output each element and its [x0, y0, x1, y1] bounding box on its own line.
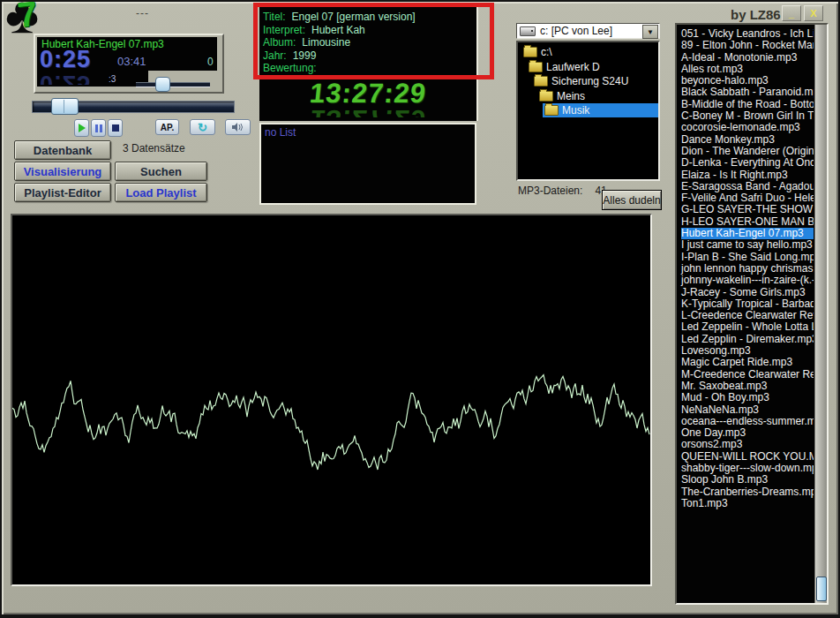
list-status-text: no List	[261, 124, 475, 140]
track-info-label: Album:	[263, 36, 296, 49]
folder-icon	[539, 91, 553, 102]
minimize-button[interactable]: _	[782, 5, 801, 21]
folder-item[interactable]: Laufwerk D	[518, 60, 658, 75]
clock-reflection: 13:27:29	[259, 103, 476, 117]
playlist-item[interactable]: NeNaNeNa.mp3	[681, 404, 814, 416]
stop-button[interactable]	[108, 119, 123, 137]
playlist-item[interactable]: G-LEO SAYER-THE SHOW MUS	[681, 204, 814, 215]
folder-tree: c:\ Laufwerk D Sicherung S24U Meins Musi…	[516, 41, 660, 181]
playlist-item[interactable]: F-Velile And Safri Duo - Helele.mp3	[681, 192, 814, 204]
playlist-item[interactable]: 051 - Vicky Leandros - Ich Liebe	[681, 28, 814, 40]
playlist-item[interactable]: shabby-tiger---slow-down.mp3	[681, 463, 814, 474]
playlist-item[interactable]: I just came to say hello.mp3	[681, 239, 814, 251]
volume-slider-thumb[interactable]	[155, 77, 170, 92]
playlist-item[interactable]: Alles rot.mp3	[681, 64, 814, 75]
app-window: ♣ 7 --- Hubert Kah-Engel 07.mp3 0:25 0:2…	[0, 0, 840, 618]
play-button[interactable]	[74, 119, 89, 137]
playlist-item[interactable]: H-LEO SAYER-ONE MAN BAND	[681, 216, 814, 228]
playlist-panel: 051 - Vicky Leandros - Ich Liebe89 - Elt…	[675, 23, 829, 605]
suchen-button[interactable]: Suchen	[115, 162, 207, 181]
folder-icon	[529, 62, 543, 72]
list-status-panel: no List	[259, 123, 476, 205]
drive-dropdown-button[interactable]: ▼	[642, 25, 658, 39]
elapsed-time-reflection: 0:25	[40, 70, 137, 85]
folder-name: Sicherung S24U	[551, 75, 628, 87]
datenbank-button[interactable]: Datenbank	[14, 140, 111, 160]
playlist-item[interactable]: Mr. Saxobeat.mp3	[681, 381, 814, 392]
folder-item[interactable]: c:\	[518, 45, 658, 60]
playlist-item[interactable]: A-Ideal - Monotonie.mp3	[681, 52, 814, 64]
alles-dudeln-button[interactable]: Alles dudeln	[602, 190, 662, 210]
playlist-item[interactable]: K-Typically Tropical - Barbados.m	[681, 298, 814, 310]
playlist-scrollbar[interactable]	[814, 25, 827, 603]
visualisierung-button[interactable]: Visualisierung	[14, 162, 111, 181]
playlist-item[interactable]: I-Plan B - She Said Long.mp3	[681, 252, 814, 263]
track-info-row: Album:Limousine	[263, 36, 476, 49]
repeat-icon: ↻	[198, 121, 207, 134]
track-duration: 03:41	[117, 55, 146, 68]
folder-icon	[544, 105, 559, 116]
playlist-item[interactable]: orsons2.mp3	[681, 439, 814, 450]
folder-icon	[534, 76, 548, 87]
mp3-count-label: MP3-Dateien:	[518, 185, 582, 197]
drive-icon	[520, 26, 536, 36]
playlist-item[interactable]: beyonce-halo.mp3	[681, 75, 814, 87]
digital-clock: 13:27:29 13:27:29	[259, 78, 476, 109]
load-playlist-button[interactable]: Load Playlist	[115, 183, 207, 202]
playlist-item[interactable]: Hubert Kah-Engel 07.mp3	[681, 228, 814, 239]
playlist-item[interactable]: L-Creedence Clearwater Revival	[681, 310, 814, 321]
mp3-count-line: MP3-Dateien:41	[518, 185, 607, 197]
playlist-item[interactable]: Led Zepplin - Diremaker.mp3	[681, 334, 814, 345]
playlist-item[interactable]: oceana---endless-summer.mp3	[681, 416, 814, 427]
folder-icon	[523, 47, 537, 57]
playlist-item[interactable]: J-Racey - Some Girls.mp3	[681, 287, 814, 298]
playlist-item[interactable]: Lovesong.mp3	[681, 345, 814, 357]
track-info-row: Interpret:Hubert Kah	[263, 24, 476, 37]
playlist-item[interactable]: Black Sabbath - Paranoid.mp3	[681, 87, 814, 98]
folder-item[interactable]: Musik	[518, 103, 658, 118]
volume-slider-track[interactable]	[136, 82, 210, 87]
close-icon: X	[810, 8, 816, 19]
folder-item[interactable]: Meins	[518, 89, 658, 104]
playlist-item[interactable]: D-Lenka - Everything At Once.mp3	[681, 157, 814, 169]
track-info-label: Bewertung:	[263, 62, 317, 74]
ap-button[interactable]: AP.	[155, 119, 179, 135]
playlist-item[interactable]: One Day.mp3	[681, 427, 814, 439]
visualization-panel	[11, 214, 652, 586]
playlist-item[interactable]: Led Zeppelin - Whole Lotta Love	[681, 321, 814, 333]
playlist-item[interactable]: Mud - Oh Boy.mp3	[681, 392, 814, 403]
close-button[interactable]: X	[804, 5, 823, 21]
playlist-editor-button[interactable]: Playlist-Editor	[14, 183, 111, 202]
playlist-item[interactable]: Dance Monkey.mp3	[681, 134, 814, 146]
playlist-item[interactable]: C-Boney M - Brown Girl In The Ri	[681, 110, 814, 122]
folder-item[interactable]: Sicherung S24U	[518, 74, 658, 89]
playlist-item[interactable]: B-Middle of the Road - Bottoms u	[681, 99, 814, 110]
pause-button[interactable]	[91, 119, 106, 137]
drive-select[interactable]: c: [PC von Lee] ▼	[516, 23, 660, 39]
playlist-item[interactable]: john lennon happy chrismas.mp3	[681, 263, 814, 275]
drive-selected-value: c: [PC von Lee]	[540, 25, 612, 37]
playlist-item[interactable]: Dion - The Wanderer (Original)(1)	[681, 146, 814, 157]
playlist-scrollbar-thumb[interactable]	[816, 577, 827, 601]
folder-name: Meins	[557, 90, 585, 102]
playlist-item[interactable]: cocorosie-lemonade.mp3	[681, 122, 814, 133]
track-info-row: Titel:Engel 07 [german version]	[263, 11, 476, 24]
play-icon	[79, 124, 86, 132]
playlist-item[interactable]: 89 - Elton John - Rocket Man.mp3	[681, 40, 814, 51]
playlist-item[interactable]: Sloop John B.mp3	[681, 474, 814, 486]
playlist-item[interactable]: Ton1.mp3	[681, 498, 814, 509]
playlist-item[interactable]: Elaiza - Is It Right.mp3	[681, 170, 814, 181]
progress-slider	[32, 98, 235, 114]
playlist-item[interactable]: M-Creedence Clearwater Revival	[681, 369, 814, 381]
playlist-item[interactable]: E-Saragossa Band - Agadou.mp3	[681, 181, 814, 192]
playlist-item[interactable]: The-Cranberries-Dreams.mp3	[681, 486, 814, 498]
progress-slider-thumb[interactable]	[51, 98, 79, 115]
playlist-item[interactable]: QUEEN-WILL ROCK YOU.MP3	[681, 451, 814, 463]
minimize-icon: _	[789, 8, 794, 19]
mute-button[interactable]	[225, 119, 251, 135]
repeat-button[interactable]: ↻	[190, 119, 215, 135]
playlist-item[interactable]: Magic Carpet Ride.mp3	[681, 357, 814, 368]
track-info-rows: Titel:Engel 07 [german version] Interpre…	[259, 7, 476, 75]
track-info-label: Titel:	[263, 11, 286, 23]
playlist-item[interactable]: johnny-wakelin---in-zaire-(k.-hashi	[681, 275, 814, 286]
